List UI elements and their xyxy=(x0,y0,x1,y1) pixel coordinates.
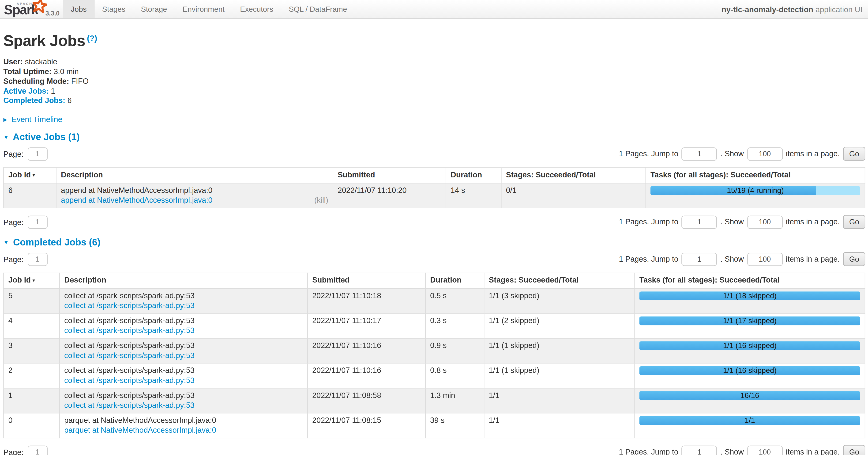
summary-scheduling-mode-value: FIFO xyxy=(71,77,89,85)
job-submitted-cell: 2022/11/07 11:10:18 xyxy=(308,288,426,313)
column-header-label: Tasks (for all stages): Succeeded/Total xyxy=(650,171,790,179)
job-duration-cell: 39 s xyxy=(426,413,484,438)
go-button[interactable]: Go xyxy=(843,147,865,161)
event-timeline-toggle[interactable]: ▶ Event Timeline xyxy=(3,115,865,124)
column-header-submitted[interactable]: Submitted xyxy=(333,168,446,183)
job-stages-cell: 1/1 (2 skipped) xyxy=(484,313,634,338)
summary-active-jobs-label[interactable]: Active Jobs: xyxy=(3,87,49,95)
jump-to-page-input[interactable] xyxy=(682,147,717,161)
summary-completed-jobs-label[interactable]: Completed Jobs: xyxy=(3,97,65,105)
job-row: 2collect at /spark-scripts/spark-ad.py:5… xyxy=(3,363,865,388)
column-header-job-id[interactable]: Job Id▾ xyxy=(3,273,60,288)
show-items-input[interactable] xyxy=(747,147,782,161)
job-tasks-cell: 1/1 (16 skipped) xyxy=(635,338,865,363)
job-description-cell: collect at /spark-scripts/spark-ad.py:53… xyxy=(60,313,308,338)
show-items-input[interactable] xyxy=(747,216,782,229)
task-progress-bar: 15/19 (4 running) xyxy=(650,186,860,195)
active-jobs-heading[interactable]: ▼ Active Jobs (1) xyxy=(3,132,865,143)
column-header-stages-succeeded-total[interactable]: Stages: Succeeded/Total xyxy=(484,273,634,288)
job-detail-link[interactable]: collect at /spark-scripts/spark-ad.py:53 xyxy=(64,351,194,361)
page-label: Page: xyxy=(3,448,24,455)
collapse-arrow-icon: ▼ xyxy=(3,134,9,140)
summary-completed-jobs-value: 6 xyxy=(67,97,72,105)
job-detail-link[interactable]: parquet at NativeMethodAccessorImpl.java… xyxy=(64,426,216,436)
column-header-duration[interactable]: Duration xyxy=(446,168,501,183)
task-progress-bar: 1/1 (17 skipped) xyxy=(640,316,860,325)
column-header-label: Duration xyxy=(451,171,482,179)
collapse-arrow-icon: ▼ xyxy=(3,239,9,246)
tab-executors[interactable]: Executors xyxy=(232,0,281,18)
kill-link[interactable]: (kill) xyxy=(314,196,329,206)
nav-tabs: JobsStagesStorageEnvironmentExecutorsSQL… xyxy=(63,0,355,18)
go-button[interactable]: Go xyxy=(843,445,865,455)
job-description: collect at /spark-scripts/spark-ad.py:53 xyxy=(64,291,303,301)
summary-scheduling-mode-label: Scheduling Mode: xyxy=(3,77,69,85)
column-header-tasks-for-all-stages-succeeded-total[interactable]: Tasks (for all stages): Succeeded/Total xyxy=(646,168,865,183)
tab-sql-dataframe[interactable]: SQL / DataFrame xyxy=(281,0,355,18)
column-header-job-id[interactable]: Job Id▾ xyxy=(3,168,56,183)
application-title: ny-tlc-anomaly-detection application UI xyxy=(721,0,868,18)
column-header-tasks-for-all-stages-succeeded-total[interactable]: Tasks (for all stages): Succeeded/Total xyxy=(635,273,865,288)
job-detail-link[interactable]: collect at /spark-scripts/spark-ad.py:53 xyxy=(64,401,194,411)
task-progress-label: 1/1 (16 skipped) xyxy=(640,366,860,375)
tab-environment[interactable]: Environment xyxy=(175,0,232,18)
job-detail-link[interactable]: collect at /spark-scripts/spark-ad.py:53 xyxy=(64,326,194,336)
show-items-input[interactable] xyxy=(747,253,782,266)
tab-storage[interactable]: Storage xyxy=(133,0,175,18)
job-stages-cell: 1/1 (1 skipped) xyxy=(484,338,634,363)
help-link[interactable]: (?) xyxy=(87,33,97,43)
spark-logo[interactable]: APACHE Spark 3.3.0 xyxy=(0,0,58,18)
items-in-page-text: items in a page. xyxy=(786,448,840,455)
summary-completed-jobs: Completed Jobs: 6 xyxy=(3,96,865,106)
job-row: 3collect at /spark-scripts/spark-ad.py:5… xyxy=(3,338,865,363)
job-detail-link[interactable]: collect at /spark-scripts/spark-ad.py:53 xyxy=(64,301,194,311)
task-progress-label: 16/16 xyxy=(640,391,860,400)
job-detail-link[interactable]: append at NativeMethodAccessorImpl.java:… xyxy=(61,196,213,206)
sort-desc-icon: ▾ xyxy=(32,278,35,283)
completed-jobs-heading-text: Completed Jobs (6) xyxy=(13,237,100,248)
column-header-label: Job Id xyxy=(8,276,31,284)
column-header-description[interactable]: Description xyxy=(60,273,308,288)
jump-to-page-input[interactable] xyxy=(682,253,717,266)
task-progress-bar: 1/1 (16 skipped) xyxy=(640,366,860,375)
task-progress-bar: 1/1 xyxy=(640,416,860,425)
sort-desc-icon: ▾ xyxy=(32,172,35,178)
tab-stages[interactable]: Stages xyxy=(94,0,133,18)
job-detail-link[interactable]: collect at /spark-scripts/spark-ad.py:53 xyxy=(64,376,194,386)
column-header-label: Stages: Succeeded/Total xyxy=(489,276,579,284)
job-id-cell: 0 xyxy=(3,413,60,438)
go-button[interactable]: Go xyxy=(843,253,865,266)
column-header-submitted[interactable]: Submitted xyxy=(308,273,426,288)
job-id-cell: 4 xyxy=(3,313,60,338)
show-text: . Show xyxy=(720,448,744,455)
job-stages-cell: 1/1 (1 skipped) xyxy=(484,363,634,388)
page-number-input[interactable] xyxy=(27,253,48,266)
column-header-stages-succeeded-total[interactable]: Stages: Succeeded/Total xyxy=(501,168,646,183)
column-header-description[interactable]: Description xyxy=(56,168,333,183)
jump-to-page-input[interactable] xyxy=(682,216,717,229)
task-progress-label: 1/1 (16 skipped) xyxy=(640,341,860,350)
job-description: collect at /spark-scripts/spark-ad.py:53 xyxy=(64,366,303,376)
summary-scheduling-mode: Scheduling Mode: FIFO xyxy=(3,77,865,86)
job-duration-cell: 14 s xyxy=(446,183,501,208)
page-number-input[interactable] xyxy=(27,446,48,455)
page-number-input[interactable] xyxy=(27,147,48,161)
go-button[interactable]: Go xyxy=(843,215,865,229)
job-id-cell: 1 xyxy=(3,388,60,413)
application-name: ny-tlc-anomaly-detection xyxy=(721,5,813,13)
page-number-input[interactable] xyxy=(27,216,48,229)
show-items-input[interactable] xyxy=(747,446,782,455)
completed-jobs-heading[interactable]: ▼ Completed Jobs (6) xyxy=(3,237,865,248)
task-progress-bar: 16/16 xyxy=(640,391,860,400)
jump-to-page-input[interactable] xyxy=(682,446,717,455)
tab-jobs[interactable]: Jobs xyxy=(63,0,94,18)
summary-total-uptime: Total Uptime: 3.0 min xyxy=(3,67,865,77)
spark-version: 3.3.0 xyxy=(45,10,60,17)
page-label: Page: xyxy=(3,150,24,159)
job-duration-cell: 0.3 s xyxy=(426,313,484,338)
column-header-duration[interactable]: Duration xyxy=(426,273,484,288)
column-header-label: Description xyxy=(64,276,106,284)
navbar: APACHE Spark 3.3.0 JobsStagesStorageEnvi… xyxy=(0,0,868,19)
summary-active-jobs: Active Jobs: 1 xyxy=(3,86,865,96)
job-row: 4collect at /spark-scripts/spark-ad.py:5… xyxy=(3,313,865,338)
